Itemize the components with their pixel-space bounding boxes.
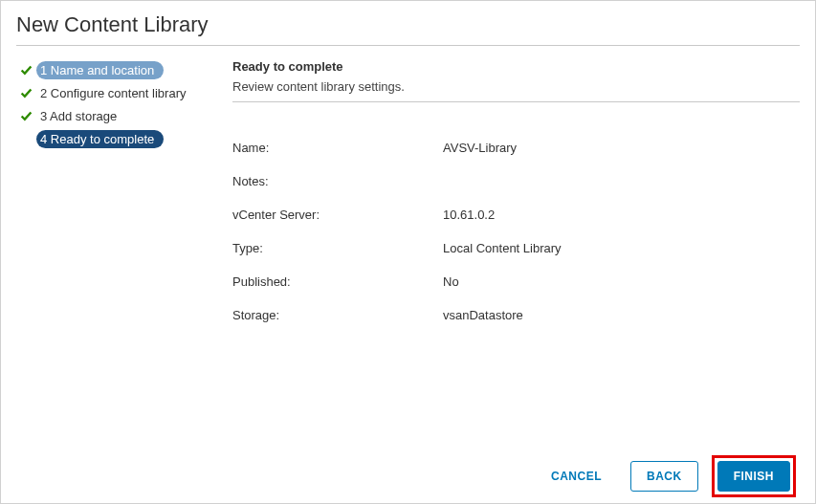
- check-icon: [18, 85, 33, 100]
- detail-row-vcenter: vCenter Server: 10.61.0.2: [232, 208, 800, 222]
- detail-value: AVSV-Library: [443, 141, 517, 155]
- wizard-step-label: 1 Name and location: [36, 61, 164, 79]
- detail-value: No: [443, 274, 459, 289]
- wizard-step-name-location[interactable]: 1 Name and location: [16, 59, 208, 80]
- wizard-step-label: 3 Add storage: [36, 107, 126, 125]
- main-area: 1 Name and location 2 Configure content …: [1, 55, 815, 341]
- wizard-step-ready[interactable]: 4 Ready to complete: [16, 128, 208, 149]
- wizard-step-label: 4 Ready to complete: [36, 130, 164, 148]
- dialog-title: New Content Library: [1, 1, 815, 45]
- wizard-step-storage[interactable]: 3 Add storage: [16, 105, 208, 126]
- detail-value: 10.61.0.2: [443, 208, 495, 222]
- detail-row-storage: Storage: vsanDatastore: [232, 308, 800, 322]
- detail-label: Type:: [232, 241, 443, 255]
- section-divider: [232, 101, 800, 102]
- finish-button[interactable]: FINISH: [717, 461, 790, 492]
- section-heading: Ready to complete: [232, 59, 800, 74]
- detail-value: Local Content Library: [443, 241, 562, 255]
- content-pane: Ready to complete Review content library…: [217, 55, 800, 341]
- empty-icon: [18, 131, 33, 146]
- section-subheading: Review content library settings.: [232, 79, 800, 94]
- detail-value: vsanDatastore: [443, 308, 523, 322]
- detail-label: Name:: [232, 141, 443, 155]
- back-button[interactable]: BACK: [630, 461, 698, 492]
- detail-row-type: Type: Local Content Library: [232, 241, 800, 255]
- detail-label: vCenter Server:: [232, 208, 443, 222]
- wizard-step-configure[interactable]: 2 Configure content library: [16, 82, 208, 103]
- detail-label: Notes:: [232, 174, 443, 188]
- detail-label: Storage:: [232, 308, 443, 322]
- check-icon: [18, 62, 33, 77]
- wizard-step-label: 2 Configure content library: [36, 84, 195, 102]
- check-icon: [18, 108, 33, 123]
- detail-row-published: Published: No: [232, 274, 800, 289]
- finish-highlight: FINISH: [712, 455, 796, 497]
- detail-row-name: Name: AVSV-Library: [232, 141, 800, 155]
- detail-label: Published:: [232, 274, 443, 289]
- title-divider: [16, 45, 800, 46]
- cancel-button[interactable]: CANCEL: [536, 462, 617, 491]
- detail-row-notes: Notes:: [232, 174, 800, 188]
- wizard-steps: 1 Name and location 2 Configure content …: [16, 55, 217, 341]
- footer: CANCEL BACK FINISH: [1, 449, 815, 503]
